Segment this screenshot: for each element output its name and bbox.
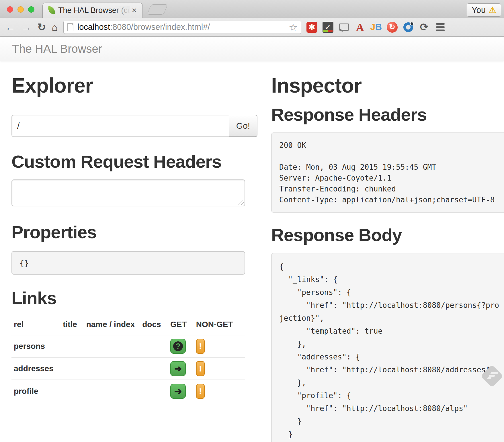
col-title: title [60, 315, 84, 335]
jb-j: J [370, 22, 375, 32]
profile-label: You [472, 5, 486, 15]
reload-icon[interactable]: ↻ [37, 22, 46, 32]
address-input-group: Go! [11, 115, 257, 137]
forward-icon[interactable]: → [21, 22, 32, 32]
links-table: rel title name / index docs GET NON-GET … [11, 315, 245, 402]
session-restore-icon[interactable]: ⟳ [419, 22, 430, 33]
non-get-button[interactable]: ! [196, 339, 205, 354]
url-host: localhost [77, 22, 110, 32]
ring-dot [410, 22, 414, 26]
custom-headers-wrap [11, 179, 245, 206]
menu-icon[interactable] [436, 23, 445, 31]
col-name-index: name / index [84, 315, 140, 335]
exclamation-icon: ! [199, 364, 202, 373]
response-headers-title: Response Headers [271, 104, 504, 125]
close-tab-icon[interactable]: × [130, 5, 138, 15]
non-get-button[interactable]: ! [196, 361, 205, 376]
window-controls [7, 6, 34, 13]
brand-title[interactable]: The HAL Browser [12, 42, 102, 55]
arrow-right-icon: ➜ [174, 364, 182, 373]
new-tab-button[interactable] [147, 4, 168, 15]
go-button[interactable]: Go! [229, 115, 257, 137]
url-path: :8080/browser/index.html#/ [110, 22, 210, 32]
rel-label: profile [11, 380, 60, 402]
properties-title: Properties [11, 222, 257, 242]
rel-label: addresses [11, 357, 60, 380]
table-row-persons: persons ? ! [11, 335, 245, 357]
tab-title: The HAL Browser (customiz [58, 6, 130, 15]
chromecast-icon[interactable] [339, 22, 349, 33]
response-body-title: Response Body [271, 225, 504, 245]
links-title: Links [11, 288, 257, 308]
lastpass-icon[interactable]: ✱ [306, 22, 317, 33]
non-get-button[interactable]: ! [196, 384, 205, 399]
letter-a-icon[interactable]: A [355, 22, 366, 33]
page-content: Explorer Go! Custom Request Headers Prop… [0, 61, 504, 442]
resize-grip-icon[interactable] [239, 200, 244, 205]
table-row-profile: profile ➜ ! [11, 380, 245, 402]
rel-label: persons [11, 335, 60, 357]
minimize-window-button[interactable] [17, 6, 24, 13]
col-docs: docs [140, 315, 168, 335]
col-get: GET [168, 315, 194, 335]
sync-icon[interactable]: ↻ [387, 22, 398, 33]
warning-icon: ⚠ [489, 6, 496, 14]
jetbrains-icon[interactable]: JB [371, 22, 382, 33]
address-bar[interactable]: localhost:8080/browser/index.html#/ ☆ [63, 21, 301, 34]
col-non-get: NON-GET [194, 315, 245, 335]
arrow-right-icon: ➜ [174, 387, 182, 396]
question-circle-icon: ? [173, 341, 183, 351]
url-text[interactable]: localhost:8080/browser/index.html#/ [77, 22, 289, 32]
jb-b: B [375, 22, 382, 32]
close-window-button[interactable] [7, 6, 13, 13]
links-header-row: rel title name / index docs GET NON-GET [11, 315, 245, 335]
explorer-title: Explorer [11, 74, 257, 97]
response-body-box: { "_links": { "persons": { "href": "http… [271, 253, 504, 442]
tab-title-fade [113, 6, 130, 15]
blue-ring-icon[interactable] [403, 22, 414, 33]
browser-toolbar: ← → ↻ ⌂ localhost:8080/browser/index.htm… [0, 18, 504, 37]
col-rel: rel [11, 315, 60, 335]
explorer-panel: Explorer Go! Custom Request Headers Prop… [11, 74, 257, 442]
tab-strip: The HAL Browser (customiz × You ⚠ [0, 0, 504, 18]
zoom-window-button[interactable] [28, 6, 34, 13]
custom-headers-title: Custom Request Headers [11, 151, 257, 172]
custom-headers-textarea[interactable] [11, 179, 245, 206]
bookmark-star-icon[interactable]: ☆ [289, 21, 297, 33]
resource-path-input[interactable] [11, 115, 229, 137]
properties-value: {} [11, 251, 245, 275]
exclamation-icon: ! [199, 386, 202, 396]
profile-button[interactable]: You ⚠ [467, 3, 501, 17]
get-button[interactable]: ➜ [170, 361, 186, 376]
page-icon [67, 23, 73, 31]
inspector-title: Inspector [271, 74, 504, 97]
browser-tab[interactable]: The HAL Browser (customiz × [42, 3, 143, 18]
get-button[interactable]: ? [170, 339, 186, 354]
table-row-addresses: addresses ➜ ! [11, 357, 245, 380]
checklist-icon[interactable]: ✓ [323, 22, 333, 33]
spring-leaf-favicon-icon [47, 6, 56, 14]
page-navbar: The HAL Browser [0, 37, 504, 61]
home-icon[interactable]: ⌂ [52, 22, 58, 32]
response-headers-box: 200 OK Date: Mon, 03 Aug 2015 19:55:45 G… [271, 132, 504, 213]
get-button[interactable]: ➜ [170, 384, 186, 399]
back-icon[interactable]: ← [5, 22, 15, 32]
inspector-panel: Inspector Response Headers 200 OK Date: … [271, 74, 504, 442]
exclamation-icon: ! [199, 341, 202, 351]
browser-window: The HAL Browser (customiz × You ⚠ ← → ↻ … [0, 0, 504, 442]
